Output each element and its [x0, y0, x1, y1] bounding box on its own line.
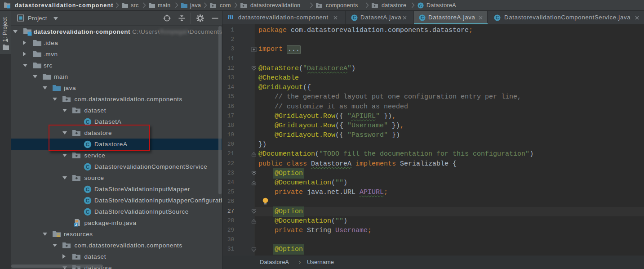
svg-text:C: C: [85, 187, 89, 192]
svg-text:C: C: [353, 15, 356, 20]
svg-text:J: J: [75, 223, 77, 227]
svg-text:C: C: [419, 3, 422, 8]
svg-text:C: C: [421, 15, 424, 20]
svg-text:C: C: [85, 209, 89, 215]
svg-text:C: C: [85, 164, 89, 170]
svg-text:C: C: [85, 198, 89, 203]
svg-text:C: C: [496, 15, 499, 20]
svg-text:C: C: [85, 119, 89, 125]
